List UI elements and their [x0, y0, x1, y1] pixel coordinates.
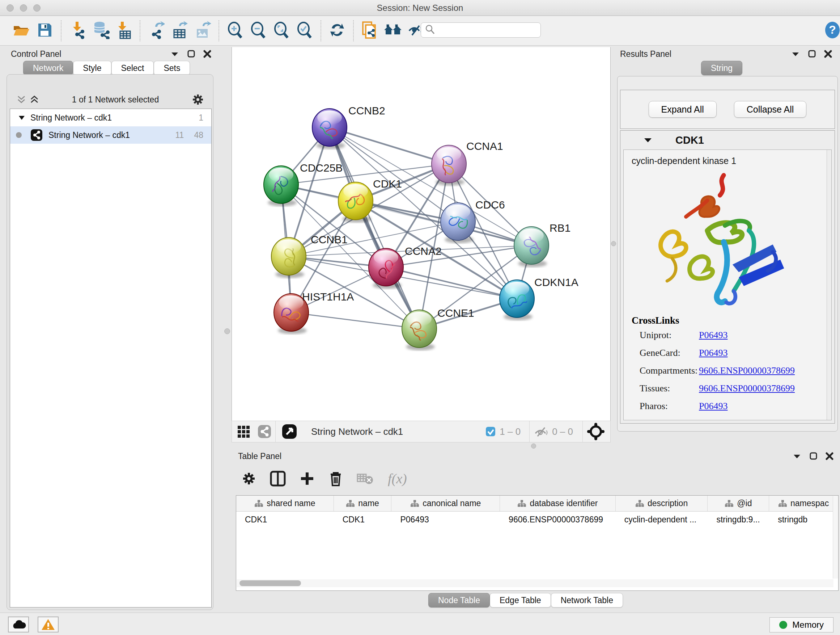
expand-all-button[interactable]: Expand All	[649, 101, 717, 118]
add-column-icon[interactable]	[300, 471, 315, 486]
tab-style[interactable]: Style	[73, 61, 111, 75]
edge-CCNA2-CDKN1A[interactable]	[386, 267, 517, 299]
column-header-canonical-name[interactable]: canonical name	[392, 496, 500, 511]
show-columns-icon[interactable]	[270, 470, 286, 486]
export-table-button[interactable]	[168, 20, 191, 42]
collapse-all-button[interactable]: Collapse All	[734, 101, 807, 118]
minimize-window-button[interactable]	[20, 4, 27, 11]
node-CCNB2[interactable]: CCNB2	[312, 105, 385, 149]
import-network-icon	[69, 21, 86, 41]
grid-view-icon[interactable]	[237, 424, 251, 439]
crosslink-link[interactable]: P06493	[699, 401, 728, 412]
zoom-in-button[interactable]	[224, 20, 247, 42]
close-window-button[interactable]	[6, 4, 14, 11]
save-session-button[interactable]	[33, 20, 57, 42]
column-header-name[interactable]: name	[334, 496, 392, 511]
svg-text:?: ?	[829, 23, 836, 36]
close-panel-icon[interactable]	[824, 50, 832, 58]
refresh-button[interactable]	[325, 20, 349, 42]
collapse-all-icon[interactable]	[17, 95, 26, 104]
table-options-gear-icon[interactable]	[242, 471, 256, 486]
column-header-shared-name[interactable]: shared name	[236, 496, 334, 511]
export-network-button[interactable]	[145, 20, 168, 42]
tab-node-table[interactable]: Node Table	[428, 593, 490, 608]
float-panel-icon[interactable]	[810, 452, 818, 460]
status-bar: Memory	[0, 613, 840, 635]
tab-sets[interactable]: Sets	[154, 61, 190, 75]
node-CDKN1A[interactable]: CDKN1A	[500, 276, 578, 320]
node-CDC25B[interactable]: CDC25B	[264, 162, 343, 206]
column-header-database-identifier[interactable]: database identifier	[500, 496, 616, 511]
import-network-from-file-button[interactable]	[66, 20, 89, 42]
float-panel-icon[interactable]	[187, 50, 195, 58]
scrollbar-thumb[interactable]	[240, 580, 301, 586]
table-vertical-scrollbar[interactable]	[833, 496, 838, 578]
result-node-description: cyclin-dependent kinase 1	[624, 150, 831, 166]
edge-HIST1H1A-CCNE1[interactable]	[291, 312, 419, 329]
crosslink-link[interactable]: 9606.ENSP00000378699	[699, 383, 795, 394]
cloud-button[interactable]	[8, 616, 29, 632]
node-CCNE1[interactable]: CCNE1	[402, 307, 474, 350]
node-RB1[interactable]: RB1	[514, 222, 570, 267]
network-collection-row[interactable]: String Network – cdk1 1	[10, 109, 211, 126]
node-CCNA1[interactable]: CCNA1	[431, 140, 503, 186]
panel-menu-icon[interactable]	[793, 453, 802, 459]
node-CDK1[interactable]: CDK1	[338, 178, 402, 223]
export-image-button[interactable]	[191, 20, 214, 42]
tab-network[interactable]: Network	[23, 61, 73, 75]
fit-selected-target-icon[interactable]	[586, 422, 605, 441]
expand-all-icon[interactable]	[30, 95, 39, 104]
table-panel-title: Table Panel	[238, 451, 281, 461]
column-header-namespac[interactable]: namespac	[769, 496, 838, 511]
right-splitter-handle[interactable]	[611, 241, 616, 246]
zoom-fit-button[interactable]	[270, 20, 293, 42]
network-row[interactable]: String Network – cdk1 11 48	[10, 126, 211, 144]
network-options-gear-icon[interactable]	[192, 93, 204, 106]
clone-network-button[interactable]	[358, 20, 381, 42]
tab-string[interactable]: String	[701, 61, 742, 75]
crosslink-link[interactable]: 9606.ENSP00000378699	[699, 365, 795, 376]
tab-edge-table[interactable]: Edge Table	[490, 593, 551, 608]
section-collapse-icon[interactable]	[644, 137, 652, 143]
zoom-selected-button[interactable]	[293, 20, 316, 42]
help-button[interactable]: ?	[823, 21, 840, 39]
string-network-icon	[30, 129, 43, 141]
panel-menu-icon[interactable]	[791, 51, 800, 57]
warnings-button[interactable]	[38, 616, 58, 632]
left-splitter-handle[interactable]	[224, 328, 230, 334]
close-panel-icon[interactable]	[826, 452, 834, 460]
node-table[interactable]: shared namenamecanonical namedatabase id…	[236, 495, 838, 591]
string-view-icon[interactable]	[257, 424, 272, 439]
table-row[interactable]: CDK1CDK1P064939606.ENSP00000378699cyclin…	[236, 511, 838, 527]
panel-menu-icon[interactable]	[171, 51, 180, 57]
network-canvas[interactable]: CCNB2CCNA1CDC25BCDK1CDC6RB1CCNB1CCNA2CDK…	[232, 47, 611, 421]
tab-network-table[interactable]: Network Table	[551, 593, 623, 608]
selected-checkbox-icon[interactable]	[485, 426, 496, 437]
crosslink-label: Compartments:	[632, 365, 699, 376]
show-all-button[interactable]	[381, 20, 404, 42]
results-scrollbar[interactable]	[827, 150, 831, 420]
zoom-out-button[interactable]	[247, 20, 270, 42]
search-box[interactable]	[421, 22, 541, 38]
search-input[interactable]	[436, 25, 537, 35]
table-horizontal-scrollbar[interactable]	[237, 579, 834, 587]
collection-expand-icon[interactable]	[18, 115, 25, 120]
crosslink-row: Tissues:9606.ENSP00000378699	[632, 383, 795, 394]
birds-eye-view-icon[interactable]	[281, 424, 297, 440]
crosslink-link[interactable]: P06493	[699, 348, 728, 358]
zoom-window-button[interactable]	[33, 4, 41, 11]
edge-CCNB2-CCNA1[interactable]	[330, 127, 449, 164]
bottom-splitter-handle[interactable]	[531, 443, 536, 448]
float-panel-icon[interactable]	[808, 50, 816, 58]
import-table-from-file-button[interactable]	[112, 20, 135, 42]
delete-column-icon[interactable]	[328, 470, 343, 486]
column-header-@id[interactable]: @id	[707, 496, 769, 511]
node-HIST1H1A[interactable]: HIST1H1A	[274, 291, 354, 334]
crosslink-link[interactable]: P06493	[699, 330, 728, 340]
import-network-from-database-button[interactable]	[89, 20, 112, 42]
memory-button[interactable]: Memory	[769, 617, 834, 632]
close-panel-icon[interactable]	[203, 50, 211, 58]
column-header-description[interactable]: description	[616, 496, 708, 511]
tab-select[interactable]: Select	[111, 61, 154, 75]
open-session-button[interactable]	[10, 20, 33, 42]
